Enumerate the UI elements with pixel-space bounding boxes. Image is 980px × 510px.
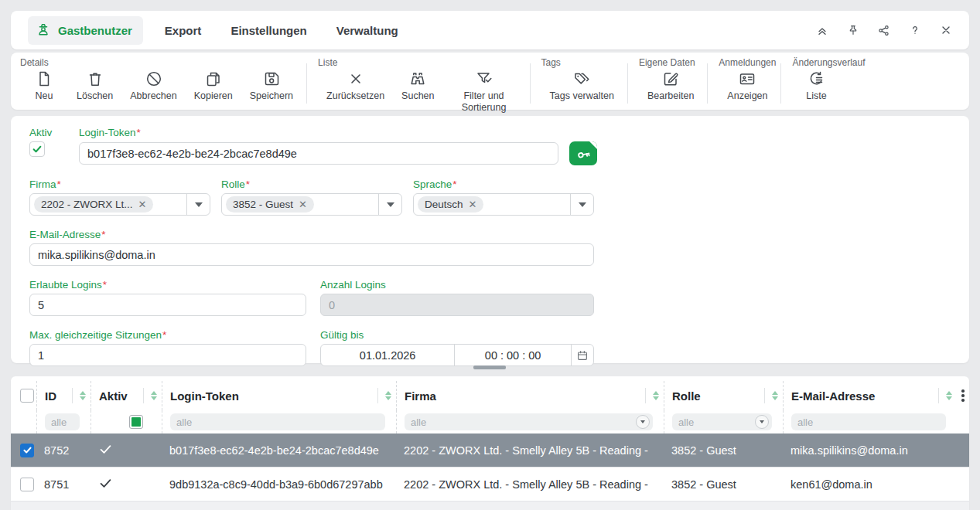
- search-button[interactable]: Suchen: [393, 70, 442, 102]
- column-header-rolle: Rolle: [672, 389, 701, 403]
- copy-button[interactable]: Kopieren: [186, 70, 241, 102]
- cell-email: ken61@doma.in: [783, 478, 957, 491]
- erlaubte-logins-input[interactable]: [29, 294, 306, 316]
- show-logins-button[interactable]: Anzeigen: [719, 70, 776, 102]
- firma-label: Firma*: [29, 178, 210, 190]
- history-icon: [807, 70, 825, 88]
- cancel-button[interactable]: Abbrechen: [121, 70, 185, 102]
- group-label: Änderungsverlauf: [792, 57, 865, 68]
- gueltig-bis-control: 01.01.2026 00 : 00 : 00: [320, 344, 594, 366]
- action-toolbar: Details Neu Löschen Abbrechen Kopieren S…: [11, 53, 969, 110]
- new-button[interactable]: Neu: [20, 70, 68, 102]
- chevron-down-icon: [760, 420, 764, 423]
- toolbar-group-eigene-daten: Eigene Daten Bearbeiten: [631, 53, 704, 110]
- remove-chip-icon[interactable]: ✕: [469, 199, 477, 209]
- save-button[interactable]: Speichern: [241, 70, 302, 102]
- group-label: Liste: [318, 57, 337, 68]
- share-icon[interactable]: [877, 24, 890, 37]
- table-row[interactable]: 8751 9db9132a-c8c9-40dd-b3a9-6b0d67297ab…: [11, 468, 969, 502]
- firma-select[interactable]: 2202 - ZWORX Lt...✕: [29, 193, 210, 216]
- cell-firma: 2202 - ZWORX Ltd. - Smelly Alley 5B - Re…: [396, 478, 664, 491]
- delete-button[interactable]: Löschen: [68, 70, 121, 102]
- tab-export[interactable]: Export: [165, 24, 202, 37]
- manage-tags-button[interactable]: Tags verwalten: [541, 70, 623, 102]
- checkbox-fill: [131, 417, 141, 427]
- cell-rolle: 3852 - Guest: [664, 478, 783, 491]
- pin-icon[interactable]: [846, 24, 859, 37]
- filter-token-input[interactable]: [170, 413, 385, 430]
- filter-firma-input[interactable]: [405, 413, 653, 430]
- email-input[interactable]: [29, 243, 594, 266]
- table-filter-row: [11, 410, 969, 434]
- row-checkbox[interactable]: [20, 478, 34, 491]
- column-header-token: Login-Token: [170, 389, 239, 403]
- required-marker: *: [103, 279, 107, 291]
- check-icon: [98, 442, 113, 457]
- sort-rolle-button[interactable]: [764, 388, 778, 403]
- remove-chip-icon[interactable]: ✕: [299, 199, 307, 209]
- login-token-label: Login-Token*: [79, 127, 597, 138]
- login-token-input[interactable]: [79, 142, 558, 165]
- cell-rolle: 3852 - Guest: [664, 444, 783, 457]
- id-card-icon: [738, 70, 756, 88]
- sprache-label: Sprache*: [413, 178, 594, 190]
- x-reset-icon: [347, 70, 365, 88]
- aktiv-label: Aktiv: [29, 127, 79, 138]
- group-label: Eigene Daten: [639, 57, 695, 68]
- collapse-icon[interactable]: [815, 24, 828, 37]
- toolbar-group-liste: Liste Zurücksetzen Suchen Filter und Sor…: [310, 53, 526, 110]
- table-row[interactable]: 8752 b017f3e8-ec62-4e2b-be24-2bcac7e8d49…: [11, 434, 969, 468]
- toolbar-group-tags: Tags Tags verwalten: [534, 53, 624, 110]
- required-marker: *: [137, 127, 141, 138]
- max-sitzungen-input[interactable]: [29, 344, 306, 366]
- reset-button[interactable]: Zurücksetzen: [318, 70, 393, 102]
- sort-firma-button[interactable]: [645, 388, 659, 403]
- row-checkbox[interactable]: [20, 444, 34, 457]
- generate-token-button[interactable]: [569, 141, 597, 165]
- chevron-down-icon: [195, 202, 203, 207]
- sprache-select[interactable]: Deutsch✕: [413, 193, 594, 216]
- filter-icon: [475, 70, 493, 88]
- firma-dropdown-button[interactable]: [186, 194, 210, 215]
- filter-firma-dropdown[interactable]: [636, 415, 650, 429]
- sort-email-button[interactable]: [938, 388, 952, 403]
- filter-id-input[interactable]: [45, 413, 80, 430]
- edit-button[interactable]: Bearbeiten: [639, 70, 702, 102]
- rolle-dropdown-button[interactable]: [378, 194, 401, 215]
- column-menu-icon[interactable]: [958, 388, 968, 403]
- filter-sort-button[interactable]: Filter und Sortierung: [443, 70, 525, 114]
- calendar-button[interactable]: [571, 345, 593, 366]
- column-header-id: ID: [45, 389, 56, 403]
- filter-rolle-dropdown[interactable]: [755, 415, 769, 429]
- required-marker: *: [162, 329, 166, 341]
- top-navigation: Gastbenutzer Export Einstellungen Verwal…: [11, 11, 969, 49]
- tab-einstellungen[interactable]: Einstellungen: [230, 24, 306, 37]
- filter-aktiv-checkbox[interactable]: [129, 415, 143, 429]
- select-all-checkbox[interactable]: [20, 389, 34, 403]
- tab-gastbenutzer[interactable]: Gastbenutzer: [28, 16, 143, 45]
- sort-id-button[interactable]: [72, 388, 86, 403]
- check-icon: [98, 476, 113, 491]
- aktiv-checkbox[interactable]: [29, 141, 45, 157]
- help-icon[interactable]: [908, 24, 921, 37]
- gueltig-bis-time[interactable]: 00 : 00 : 00: [454, 345, 571, 366]
- tab-verwaltung[interactable]: Verwaltung: [336, 24, 398, 37]
- toolbar-divider: [627, 63, 628, 104]
- sprache-dropdown-button[interactable]: [570, 194, 593, 215]
- filter-email-input[interactable]: [791, 413, 946, 430]
- rolle-select[interactable]: 3852 - Guest✕: [221, 193, 402, 216]
- cell-id: 8752: [36, 444, 90, 457]
- tab-label: Export: [165, 24, 202, 37]
- gueltig-bis-date[interactable]: 01.01.2026: [321, 345, 454, 366]
- tags-icon: [572, 70, 591, 88]
- history-list-button[interactable]: Liste: [792, 70, 840, 102]
- erlaubte-logins-label: Erlaubte Logins*: [29, 279, 306, 291]
- remove-chip-icon[interactable]: ✕: [138, 199, 147, 209]
- close-icon[interactable]: [939, 24, 952, 37]
- sort-token-button[interactable]: [377, 388, 391, 403]
- tab-label: Gastbenutzer: [58, 24, 132, 37]
- required-marker: *: [452, 178, 456, 190]
- sort-aktiv-button[interactable]: [143, 388, 157, 403]
- panel-splitter-handle[interactable]: [473, 366, 506, 369]
- group-label: Tags: [541, 57, 561, 68]
